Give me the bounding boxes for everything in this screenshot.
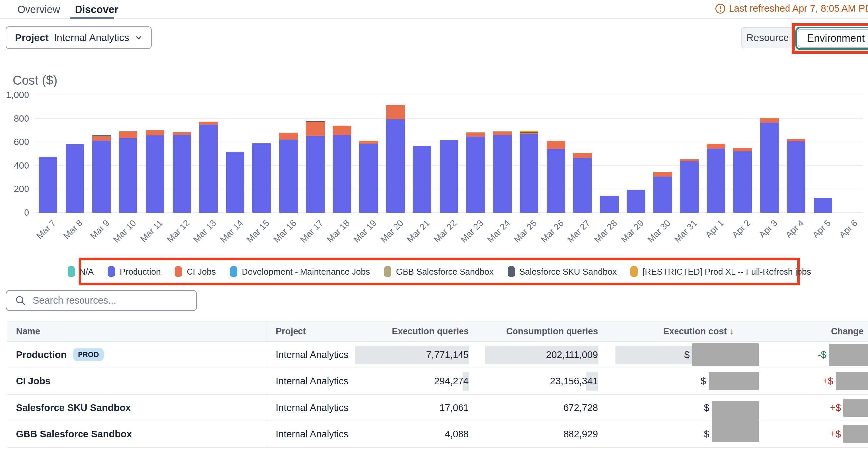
bar-segment-ci-jobs[interactable]: [653, 172, 672, 177]
bar-segment-production[interactable]: [279, 140, 298, 213]
bar-segment-production[interactable]: [680, 161, 699, 213]
bar-mar-11[interactable]: [146, 130, 164, 213]
column-header-execution-cost[interactable]: Execution cost ↓: [598, 326, 759, 337]
legend-item-gbb-salesforce-sandbox[interactable]: GBB Salesforce Sandbox: [384, 266, 494, 277]
legend-item-ci-jobs[interactable]: CI Jobs: [175, 266, 216, 277]
column-header-name[interactable]: Name: [7, 326, 267, 337]
bar-mar-15[interactable]: [252, 143, 271, 213]
bar-segment-production[interactable]: [466, 137, 485, 213]
sort-desc-icon[interactable]: ↓: [730, 326, 734, 337]
bar-mar-25[interactable]: [520, 131, 538, 213]
bar-mar-7[interactable]: [39, 157, 57, 213]
tab-discover[interactable]: Discover: [75, 4, 118, 15]
bar-mar-12[interactable]: [173, 132, 191, 213]
search-input[interactable]: [33, 295, 190, 306]
bar-mar-8[interactable]: [66, 144, 84, 213]
table-row[interactable]: GBB Salesforce Sandbox Internal Analytic…: [7, 421, 868, 448]
bar-mar-31[interactable]: [680, 159, 699, 213]
bar-segment-production[interactable]: [199, 125, 218, 213]
bar-segment-ci-jobs[interactable]: [760, 118, 779, 123]
bar-segment-ci-jobs[interactable]: [306, 122, 325, 136]
bar-segment-production[interactable]: [306, 136, 325, 213]
bar-segment-ci-jobs[interactable]: [466, 133, 485, 137]
group-by-resource-button[interactable]: Resource: [741, 27, 794, 49]
bar-mar-20[interactable]: [386, 105, 405, 213]
bar-segment-production[interactable]: [600, 196, 619, 213]
bar-segment-production[interactable]: [39, 157, 57, 213]
bar-segment-production[interactable]: [252, 143, 271, 213]
bar-mar-9[interactable]: [92, 135, 111, 213]
column-header-consumption-queries[interactable]: Consumption queries: [469, 326, 598, 337]
bar-mar-27[interactable]: [573, 153, 592, 213]
bar-segment-production[interactable]: [707, 149, 725, 213]
bar-segment-ci-jobs[interactable]: [92, 136, 111, 141]
bar-apr-3[interactable]: [760, 118, 779, 213]
bar-mar-19[interactable]: [360, 141, 378, 213]
bar-apr-5[interactable]: [814, 198, 832, 213]
bar-mar-10[interactable]: [119, 131, 137, 213]
column-header-change[interactable]: Change: [759, 326, 868, 337]
resource-name[interactable]: Production: [16, 349, 67, 360]
tab-overview[interactable]: Overview: [17, 4, 60, 15]
bar-mar-29[interactable]: [627, 190, 645, 213]
bar-mar-21[interactable]: [413, 146, 431, 213]
bar-segment-production[interactable]: [413, 146, 431, 213]
bar-segment-production[interactable]: [333, 135, 351, 213]
bar-segment-production[interactable]: [226, 152, 245, 213]
legend-item--restricted-prod-xl-full-refresh-jobs[interactable]: [RESTRICTED] Prod XL -- Full-Refresh job…: [630, 266, 811, 277]
bar-segment-production[interactable]: [66, 144, 84, 213]
legend-item-development-maintenance-jobs[interactable]: Development - Maintenance Jobs: [230, 266, 370, 277]
bar-segment-production[interactable]: [627, 190, 645, 213]
bar-apr-2[interactable]: [734, 148, 752, 213]
bar-mar-26[interactable]: [547, 141, 565, 213]
bar-segment-production[interactable]: [173, 135, 191, 213]
group-by-environment-button[interactable]: Environment: [798, 29, 868, 48]
bar-segment-production[interactable]: [119, 138, 137, 213]
resource-name[interactable]: Salesforce SKU Sandbox: [16, 402, 131, 413]
bar-segment-ci-jobs[interactable]: [386, 105, 405, 119]
bar-segment-ci-jobs[interactable]: [787, 139, 805, 141]
bar-segment-production[interactable]: [360, 144, 378, 213]
search-box[interactable]: [6, 290, 197, 311]
bar-segment-ci-jobs[interactable]: [493, 132, 512, 135]
bar-mar-17[interactable]: [306, 121, 325, 213]
project-filter-dropdown[interactable]: Project Internal Analytics: [6, 27, 152, 49]
bar-mar-24[interactable]: [493, 131, 512, 213]
table-row[interactable]: Production PROD Internal Analytics 7,771…: [7, 342, 868, 368]
bar-segment-ci-jobs[interactable]: [707, 144, 725, 148]
bar-segment-production[interactable]: [493, 135, 512, 213]
legend-item-salesforce-sku-sandbox[interactable]: Salesforce SKU Sandbox: [507, 266, 617, 277]
bar-segment-ci-jobs[interactable]: [146, 130, 164, 135]
bar-segment-production[interactable]: [146, 135, 164, 213]
bar-mar-14[interactable]: [226, 152, 245, 213]
bar-segment-ci-jobs[interactable]: [573, 153, 592, 158]
bar-segment-ci-jobs[interactable]: [333, 126, 351, 135]
resource-name[interactable]: CI Jobs: [16, 376, 51, 387]
bar-mar-16[interactable]: [279, 133, 298, 213]
bar-mar-13[interactable]: [199, 122, 218, 213]
legend-item-production[interactable]: Production: [108, 266, 161, 277]
bar-segment-production[interactable]: [734, 151, 752, 213]
bar-segment-ci-jobs[interactable]: [734, 148, 752, 152]
bar-apr-1[interactable]: [707, 144, 725, 213]
bar-segment-production[interactable]: [547, 149, 565, 213]
bar-segment-production[interactable]: [92, 141, 111, 213]
bar-segment-production[interactable]: [814, 198, 832, 213]
bar-mar-18[interactable]: [333, 126, 351, 213]
bar-segment-production[interactable]: [573, 158, 592, 213]
bar-apr-4[interactable]: [787, 139, 805, 213]
legend-item-n-a[interactable]: N/A: [68, 266, 94, 277]
bar-segment-production[interactable]: [386, 119, 405, 213]
bar-mar-30[interactable]: [653, 171, 672, 213]
bar-segment-ci-jobs[interactable]: [279, 133, 298, 140]
bar-segment-ci-jobs[interactable]: [360, 141, 378, 144]
bar-segment-ci-jobs[interactable]: [119, 131, 137, 138]
bar-segment-ci-jobs[interactable]: [547, 141, 565, 149]
column-header-project[interactable]: Project: [267, 322, 373, 341]
column-header-execution-queries[interactable]: Execution queries: [373, 326, 469, 337]
bar-mar-28[interactable]: [600, 196, 619, 213]
bar-segment-production[interactable]: [653, 177, 672, 213]
resource-name[interactable]: GBB Salesforce Sandbox: [16, 429, 132, 440]
bar-mar-23[interactable]: [466, 132, 485, 213]
bar-mar-22[interactable]: [440, 140, 458, 213]
